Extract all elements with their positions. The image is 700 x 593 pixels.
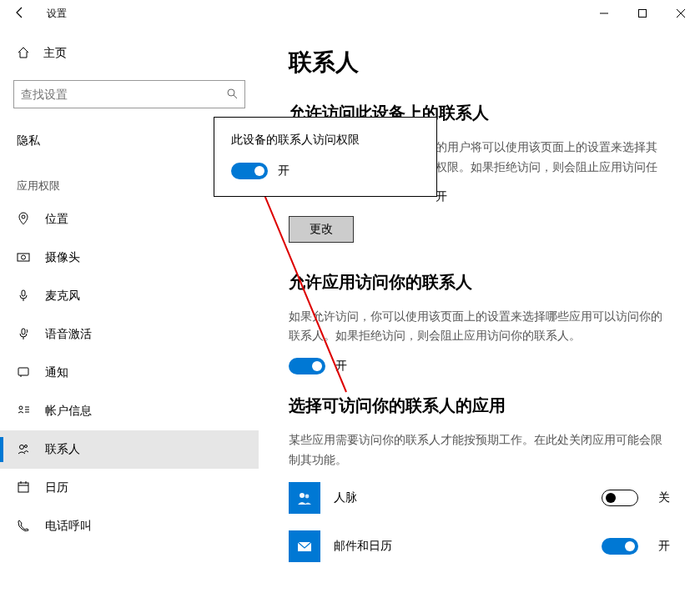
window-controls — [585, 0, 700, 27]
page-title: 联系人 — [289, 47, 670, 78]
sidebar-item-label: 日历 — [45, 480, 68, 495]
popup-toggle-label: 开 — [278, 163, 290, 178]
notification-icon — [17, 365, 33, 381]
svg-point-6 — [22, 215, 25, 219]
popup-title: 此设备的联系人访问权限 — [231, 133, 420, 148]
sidebar-item-contacts[interactable]: 联系人 — [0, 430, 259, 469]
svg-rect-9 — [22, 290, 25, 296]
sidebar-item-label: 语音激活 — [45, 327, 92, 342]
sidebar-item-calendar[interactable]: 日历 — [0, 469, 259, 507]
sidebar-item-label: 通知 — [45, 365, 68, 380]
sidebar-item-label: 帐户信息 — [45, 404, 92, 419]
svg-rect-10 — [22, 329, 25, 334]
app-toggle-mail[interactable] — [602, 538, 638, 555]
main-content: 联系人 允许访问此设备上的联系人 的用户将可以使用该页面上的设置来选择其 权限。… — [259, 27, 700, 593]
svg-point-8 — [22, 255, 26, 259]
sidebar-item-location[interactable]: 位置 — [0, 200, 259, 239]
voice-icon — [17, 327, 33, 343]
search-box[interactable] — [13, 80, 245, 108]
mail-app-icon — [289, 530, 320, 562]
app-toggle-label: 开 — [658, 539, 670, 554]
svg-rect-1 — [639, 10, 647, 18]
section3-title: 选择可访问你的联系人的应用 — [289, 394, 670, 417]
svg-point-22 — [300, 493, 305, 498]
sidebar-item-account[interactable]: 帐户信息 — [0, 392, 259, 430]
section2-toggle-label: 开 — [335, 359, 347, 374]
app-toggle-people[interactable] — [602, 490, 638, 506]
minimize-button[interactable] — [585, 0, 623, 27]
svg-point-4 — [228, 89, 234, 96]
change-button[interactable]: 更改 — [289, 216, 354, 243]
section2-title: 允许应用访问你的联系人 — [289, 271, 670, 294]
app-name: 人脉 — [334, 490, 602, 505]
device-access-popup: 此设备的联系人访问权限 开 — [214, 117, 437, 197]
section2-desc: 如果允许访问，你可以使用该页面上的设置来选择哪些应用可以访问你的联系人。如果拒绝… — [289, 307, 670, 347]
svg-rect-7 — [18, 254, 29, 261]
sidebar-item-microphone[interactable]: 麦克风 — [0, 277, 259, 315]
calendar-icon — [17, 480, 33, 496]
people-app-icon — [289, 482, 320, 514]
sidebar-item-camera[interactable]: 摄像头 — [0, 239, 259, 277]
account-icon — [17, 404, 33, 420]
section3-desc: 某些应用需要访问你的联系人才能按预期工作。在此处关闭应用可能会限制其功能。 — [289, 430, 670, 470]
app-row-mail: 邮件和日历 开 — [289, 530, 670, 562]
sidebar-item-label: 电话呼叫 — [45, 519, 92, 534]
svg-point-16 — [20, 445, 24, 449]
svg-line-5 — [234, 95, 237, 98]
app-toggle-label: 关 — [658, 490, 670, 505]
sidebar-item-label: 麦克风 — [45, 289, 80, 304]
svg-point-17 — [25, 445, 28, 447]
svg-point-12 — [19, 406, 23, 410]
contacts-icon — [17, 442, 33, 458]
search-icon — [226, 88, 238, 102]
home-icon — [17, 46, 33, 62]
svg-rect-18 — [18, 483, 28, 492]
sidebar-item-label: 联系人 — [45, 442, 80, 457]
location-icon — [17, 212, 33, 228]
sidebar-item-label: 摄像头 — [45, 250, 80, 265]
home-label: 主页 — [43, 46, 67, 61]
svg-rect-11 — [18, 368, 28, 375]
search-input[interactable] — [21, 88, 226, 101]
app-name: 邮件和日历 — [334, 539, 602, 554]
titlebar-title: 设置 — [40, 7, 67, 21]
sidebar: 主页 隐私 应用权限 位置 摄像头 麦克风 语音激活 通知 — [0, 27, 259, 593]
sidebar-item-voice[interactable]: 语音激活 — [0, 315, 259, 354]
popup-toggle[interactable] — [231, 163, 268, 179]
camera-icon — [17, 250, 33, 266]
microphone-icon — [17, 289, 33, 304]
phone-icon — [17, 519, 33, 535]
section2-toggle[interactable] — [289, 358, 325, 374]
app-row-people: 人脉 关 — [289, 482, 670, 514]
back-button[interactable] — [0, 6, 40, 22]
close-button[interactable] — [662, 0, 700, 27]
maximize-button[interactable] — [623, 0, 662, 27]
titlebar: 设置 — [0, 0, 700, 27]
sidebar-item-notifications[interactable]: 通知 — [0, 354, 259, 392]
home-link[interactable]: 主页 — [0, 37, 259, 70]
svg-point-23 — [305, 494, 310, 498]
sidebar-item-phone[interactable]: 电话呼叫 — [0, 507, 259, 545]
sidebar-item-label: 位置 — [45, 212, 68, 227]
